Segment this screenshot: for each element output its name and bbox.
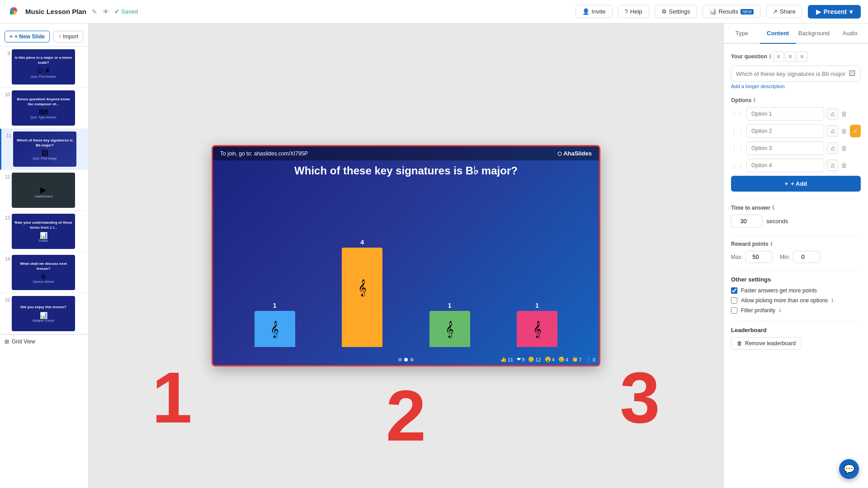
time-row: seconds [731,215,861,228]
sidebar-item-slide-13[interactable]: 13 Rate your understanding of these term… [0,211,88,252]
slide-thumb-13: Rate your understanding of these terms f… [12,214,75,249]
filter-profanity-checkbox[interactable] [731,307,737,314]
chat-icon: 💬 [844,464,855,474]
divider-4 [731,321,861,321]
time-section: Time to answer ℹ seconds [731,205,861,228]
slide-thumb-12: ▶ Leaderboard [12,173,75,208]
sidebar-item-slide-10[interactable]: 10 Bonus question! Anyone know the compo… [0,88,88,129]
option-4-delete-icon[interactable]: 🗑 [841,162,847,169]
import-button[interactable]: ↑ Import [53,31,83,42]
tab-type[interactable]: Type [724,23,760,44]
filter-profanity-row: Filter profanity ℹ [731,307,861,314]
drag-handle-4[interactable]: ⋮⋮ [731,162,744,169]
drag-handle-2[interactable]: ⋮⋮ [731,127,744,135]
option-2-delete-icon[interactable]: 🗑 [841,127,847,135]
sidebar-item-slide-9[interactable]: 9 Is this piece in a major or a minor sc… [0,47,88,88]
reward-row: Max: Min: [731,251,861,263]
reward-max-input[interactable] [745,251,773,263]
align-right-button[interactable]: ≡ [797,51,807,62]
right-panel: Type Content Background Audio Your quest… [723,23,868,488]
option-1-input[interactable] [746,107,824,121]
multiple-options-info-icon[interactable]: ℹ [831,297,834,304]
option-3-input[interactable] [746,141,824,155]
chat-fab-button[interactable]: 💬 [839,459,859,479]
sidebar-item-slide-14[interactable]: 14 What shall we discuss next lesson? ⚙ … [0,252,88,293]
clap-icon: 👏 [572,357,578,362]
nav-dot [398,358,402,361]
reward-min-field: Min: [780,251,820,263]
add-option-button[interactable]: + + Add [731,176,861,192]
slide-join-bar: To join, go to: ahaslides.com/XI795P ⬡ A… [213,146,599,160]
sad-icon: 😢 [558,357,565,362]
reaction-user: 👤 0 [585,357,595,362]
results-button[interactable]: 📊 Results NEW [703,5,760,18]
divider-3 [731,270,861,271]
option-4-music-button[interactable]: ♫ [827,160,838,171]
faster-answers-checkbox[interactable] [731,287,737,294]
app-logo [7,5,20,19]
multiple-options-checkbox[interactable] [731,297,737,304]
chevron-down-icon: ▾ [849,8,853,15]
help-button[interactable]: ? Help [618,5,649,18]
option-row-1: ⋮⋮ ♫ 🗑 [731,107,861,121]
sidebar-item-slide-11[interactable]: 11 Which of these key signatures is Bb m… [0,129,88,170]
question-input[interactable] [736,70,846,77]
reward-min-input[interactable] [793,251,820,263]
help-icon: ? [625,8,628,15]
option-4-input[interactable] [746,159,824,172]
main-area: + + New Slide ↑ Import 9 Is this piece i… [0,23,868,488]
sidebar-item-slide-15[interactable]: 15 Did you enjoy this lesson? 📊 Multiple… [0,293,88,334]
topbar-right: 👤 Invite ? Help ⚙ Settings 📊 Results NEW… [576,5,861,19]
option-1-music-button[interactable]: ♫ [827,108,838,120]
tab-background[interactable]: Background [796,23,832,44]
settings-button[interactable]: ⚙ Settings [655,5,697,18]
import-icon: ↑ [58,33,61,40]
sidebar: + + New Slide ↑ Import 9 Is this piece i… [0,23,89,488]
option-3-delete-icon[interactable]: 🗑 [841,145,847,152]
reaction-wow: 😮 4 [545,357,555,362]
slide-chart: 1 𝄞 4 𝄞 1 𝄞 [231,221,581,347]
option-1-delete-icon[interactable]: 🗑 [841,110,847,117]
filter-profanity-info-icon[interactable]: ℹ [779,307,781,314]
chart-bar-1: 1 𝄞 [255,302,295,347]
drag-handle-3[interactable]: ⋮⋮ [731,145,744,152]
bar-1-symbol: 𝄞 [270,321,279,338]
grid-view-button[interactable]: ⊞ Grid View [0,334,88,348]
new-slide-button[interactable]: + + New Slide [5,31,50,42]
present-button[interactable]: ▶ Present ▾ [808,5,861,19]
ahaslides-logo: ⬡ AhaSlides [557,150,592,157]
remove-leaderboard-button[interactable]: 🗑 Remove leaderboard [731,337,802,350]
options-info-icon[interactable]: ℹ [753,97,755,103]
settings-icon: ⚙ [661,8,667,15]
nav-dot-active [404,358,408,361]
eye-icon[interactable]: 👁 [103,8,109,15]
time-input[interactable] [731,215,763,228]
user-icon: 👤 [585,357,592,362]
drag-handle-1[interactable]: ⋮⋮ [731,110,744,117]
align-center-button[interactable]: ≡ [785,51,796,62]
tab-content[interactable]: Content [760,23,796,44]
image-icon[interactable]: 🖼 [849,70,856,78]
slide-question: Which of these key signatures is B♭ majo… [213,164,599,177]
invite-button[interactable]: 👤 Invite [576,5,613,18]
share-button[interactable]: ↗ Share [766,5,802,18]
leaderboard-section: Leaderboard 🗑 Remove leaderboard [731,327,861,350]
options-section: Options ℹ ⋮⋮ ♫ 🗑 ⋮⋮ ♫ 🗑 ✓ [731,97,861,192]
tab-audio[interactable]: Audio [832,23,868,44]
time-info-icon[interactable]: ℹ [772,205,774,211]
add-description-link[interactable]: Add a longer description [731,84,785,89]
question-section: Your question ℹ ≡ ≡ ≡ 🖼 Add a longer des… [731,51,861,90]
edit-icon[interactable]: ✎ [92,8,97,15]
sidebar-item-slide-12[interactable]: 12 ▶ Leaderboard [0,170,88,211]
option-2-input[interactable] [746,124,824,138]
option-2-correct-button[interactable]: ✓ [850,125,861,137]
option-2-music-button[interactable]: ♫ [827,125,838,137]
reward-section: Reward points ℹ Max: Min: [731,241,861,263]
center-area: 1 2 3 To join, go to: ahaslides.com/XI79… [89,23,723,488]
play-icon: ▶ [816,8,821,15]
slide-preview: To join, go to: ahaslides.com/XI795P ⬡ A… [212,145,600,366]
question-info-icon[interactable]: ℹ [769,53,771,60]
reward-info-icon[interactable]: ℹ [770,241,773,247]
option-3-music-button[interactable]: ♫ [827,142,838,154]
align-left-button[interactable]: ≡ [773,51,784,62]
